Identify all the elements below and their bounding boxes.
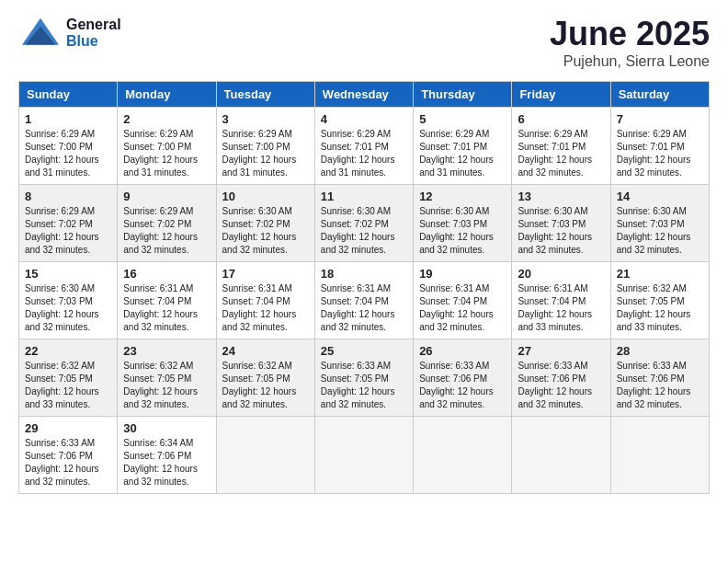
day-number: 19 [419,267,506,281]
day-info: Sunrise: 6:29 AM Sunset: 7:01 PM Dayligh… [419,128,506,179]
calendar-cell: 27 Sunrise: 6:33 AM Sunset: 7:06 PM Dayl… [512,339,610,417]
day-info: Sunrise: 6:30 AM Sunset: 7:03 PM Dayligh… [518,205,604,257]
logo: General Blue [18,15,121,52]
day-number: 5 [419,112,506,126]
day-number: 8 [25,190,111,203]
day-number: 11 [321,190,407,203]
calendar-cell: 14 Sunrise: 6:30 AM Sunset: 7:03 PM Dayl… [610,185,709,262]
calendar-cell: 8 Sunrise: 6:29 AM Sunset: 7:02 PM Dayli… [19,185,118,262]
calendar-cell [314,417,413,494]
day-info: Sunrise: 6:33 AM Sunset: 7:06 PM Dayligh… [617,360,703,411]
title-area: June 2025 Pujehun, Sierra Leone [550,15,710,70]
calendar-cell: 13 Sunrise: 6:30 AM Sunset: 7:03 PM Dayl… [512,185,610,262]
page: General Blue June 2025 Pujehun, Sierra L… [0,0,728,509]
calendar-cell: 15 Sunrise: 6:30 AM Sunset: 7:03 PM Dayl… [19,262,118,339]
day-info: Sunrise: 6:30 AM Sunset: 7:02 PM Dayligh… [321,205,407,257]
calendar-cell: 1 Sunrise: 6:29 AM Sunset: 7:00 PM Dayli… [19,108,118,185]
calendar-cell: 29 Sunrise: 6:33 AM Sunset: 7:06 PM Dayl… [19,417,118,494]
day-number: 21 [617,267,703,281]
calendar-cell [216,417,314,494]
day-info: Sunrise: 6:29 AM Sunset: 7:00 PM Dayligh… [25,128,111,179]
calendar-cell: 10 Sunrise: 6:30 AM Sunset: 7:02 PM Dayl… [216,185,314,262]
day-number: 13 [518,190,604,203]
day-number: 4 [321,112,407,126]
day-info: Sunrise: 6:29 AM Sunset: 7:00 PM Dayligh… [123,128,210,179]
day-info: Sunrise: 6:33 AM Sunset: 7:06 PM Dayligh… [419,360,506,411]
calendar-cell: 12 Sunrise: 6:30 AM Sunset: 7:03 PM Dayl… [414,185,512,262]
day-header-friday: Friday [512,82,610,108]
calendar-cell [610,417,709,494]
day-header-thursday: Thursday [414,82,512,108]
month-title: June 2025 [550,15,710,53]
day-number: 14 [617,190,703,203]
day-info: Sunrise: 6:34 AM Sunset: 7:06 PM Dayligh… [123,437,210,488]
header: General Blue June 2025 Pujehun, Sierra L… [18,15,710,70]
day-number: 20 [518,267,604,281]
day-number: 15 [25,267,111,281]
day-info: Sunrise: 6:31 AM Sunset: 7:04 PM Dayligh… [321,282,407,334]
calendar-week-4: 22 Sunrise: 6:32 AM Sunset: 7:05 PM Dayl… [19,339,710,417]
day-info: Sunrise: 6:29 AM Sunset: 7:01 PM Dayligh… [617,128,703,179]
calendar-cell: 2 Sunrise: 6:29 AM Sunset: 7:00 PM Dayli… [118,108,216,185]
calendar-header-row: SundayMondayTuesdayWednesdayThursdayFrid… [19,82,710,108]
day-info: Sunrise: 6:31 AM Sunset: 7:04 PM Dayligh… [222,282,309,334]
calendar-cell: 6 Sunrise: 6:29 AM Sunset: 7:01 PM Dayli… [512,108,610,185]
day-number: 6 [518,112,604,126]
calendar-cell: 24 Sunrise: 6:32 AM Sunset: 7:05 PM Dayl… [216,339,314,417]
day-header-sunday: Sunday [19,82,118,108]
day-number: 9 [123,190,210,203]
calendar-cell: 23 Sunrise: 6:32 AM Sunset: 7:05 PM Dayl… [118,339,216,417]
day-info: Sunrise: 6:32 AM Sunset: 7:05 PM Dayligh… [123,360,210,411]
calendar-cell [512,417,610,494]
day-number: 2 [123,112,210,126]
calendar-week-1: 1 Sunrise: 6:29 AM Sunset: 7:00 PM Dayli… [19,108,710,185]
day-header-wednesday: Wednesday [314,82,413,108]
day-number: 17 [222,267,309,281]
calendar-week-5: 29 Sunrise: 6:33 AM Sunset: 7:06 PM Dayl… [19,417,710,494]
location: Pujehun, Sierra Leone [550,53,710,70]
day-info: Sunrise: 6:33 AM Sunset: 7:05 PM Dayligh… [321,360,407,411]
calendar-cell: 19 Sunrise: 6:31 AM Sunset: 7:04 PM Dayl… [414,262,512,339]
day-number: 28 [617,344,703,358]
calendar-cell: 18 Sunrise: 6:31 AM Sunset: 7:04 PM Dayl… [314,262,413,339]
day-info: Sunrise: 6:29 AM Sunset: 7:01 PM Dayligh… [518,128,604,179]
calendar-cell: 3 Sunrise: 6:29 AM Sunset: 7:00 PM Dayli… [216,108,314,185]
day-header-monday: Monday [118,82,216,108]
calendar-cell [414,417,512,494]
day-info: Sunrise: 6:31 AM Sunset: 7:04 PM Dayligh… [123,282,210,334]
day-number: 29 [25,421,111,435]
day-info: Sunrise: 6:29 AM Sunset: 7:02 PM Dayligh… [123,205,210,257]
calendar-cell: 22 Sunrise: 6:32 AM Sunset: 7:05 PM Dayl… [19,339,118,417]
calendar-cell: 17 Sunrise: 6:31 AM Sunset: 7:04 PM Dayl… [216,262,314,339]
day-info: Sunrise: 6:33 AM Sunset: 7:06 PM Dayligh… [25,437,111,488]
day-number: 10 [222,190,309,203]
calendar-week-2: 8 Sunrise: 6:29 AM Sunset: 7:02 PM Dayli… [19,185,710,262]
day-info: Sunrise: 6:32 AM Sunset: 7:05 PM Dayligh… [617,282,703,334]
day-info: Sunrise: 6:30 AM Sunset: 7:03 PM Dayligh… [25,282,111,334]
day-info: Sunrise: 6:30 AM Sunset: 7:03 PM Dayligh… [419,205,506,257]
day-header-tuesday: Tuesday [216,82,314,108]
calendar-cell: 30 Sunrise: 6:34 AM Sunset: 7:06 PM Dayl… [118,417,216,494]
logo-blue: Blue [66,33,121,50]
calendar-cell: 4 Sunrise: 6:29 AM Sunset: 7:01 PM Dayli… [314,108,413,185]
day-number: 1 [25,112,111,126]
day-info: Sunrise: 6:33 AM Sunset: 7:06 PM Dayligh… [518,360,604,411]
calendar-cell: 26 Sunrise: 6:33 AM Sunset: 7:06 PM Dayl… [414,339,512,417]
day-number: 27 [518,344,604,358]
logo-general: General [66,17,121,33]
day-number: 16 [123,267,210,281]
day-info: Sunrise: 6:31 AM Sunset: 7:04 PM Dayligh… [419,282,506,334]
day-info: Sunrise: 6:29 AM Sunset: 7:00 PM Dayligh… [222,128,309,179]
day-info: Sunrise: 6:32 AM Sunset: 7:05 PM Dayligh… [25,360,111,411]
calendar-cell: 5 Sunrise: 6:29 AM Sunset: 7:01 PM Dayli… [414,108,512,185]
day-info: Sunrise: 6:29 AM Sunset: 7:01 PM Dayligh… [321,128,407,179]
day-number: 23 [123,344,210,358]
logo-text: General Blue [66,17,121,49]
day-header-saturday: Saturday [610,82,709,108]
calendar-cell: 21 Sunrise: 6:32 AM Sunset: 7:05 PM Dayl… [610,262,709,339]
calendar-cell: 11 Sunrise: 6:30 AM Sunset: 7:02 PM Dayl… [314,185,413,262]
day-info: Sunrise: 6:32 AM Sunset: 7:05 PM Dayligh… [222,360,309,411]
day-number: 3 [222,112,309,126]
day-number: 26 [419,344,506,358]
calendar-cell: 25 Sunrise: 6:33 AM Sunset: 7:05 PM Dayl… [314,339,413,417]
